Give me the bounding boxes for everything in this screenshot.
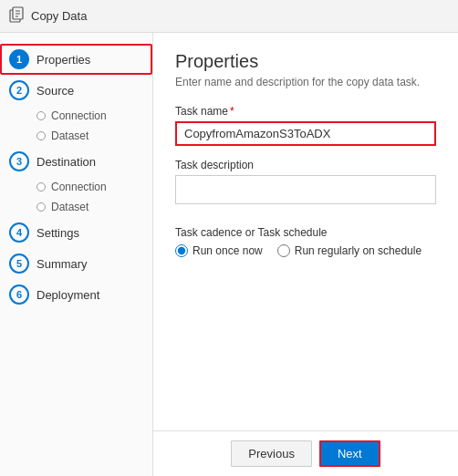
cadence-group: Task cadence or Task schedule Run once n…: [175, 226, 436, 257]
sidebar-label-properties: Properties: [36, 53, 90, 67]
nav-number-settings: 4: [9, 222, 29, 243]
sub-dot-source-dataset: [36, 131, 46, 140]
properties-panel: Properties Enter name and description fo…: [153, 33, 458, 430]
task-desc-group: Task description: [175, 159, 436, 204]
nav-number-source: 2: [9, 80, 29, 100]
nav-number-properties: 1: [9, 49, 29, 69]
sidebar-label-summary: Summary: [36, 257, 88, 271]
sidebar-sublabel-source-connection: Connection: [51, 109, 107, 122]
main-content: 1 Properties 2 Source Connection Dataset…: [0, 33, 458, 476]
top-bar: Copy Data: [0, 0, 458, 33]
nav-number-deployment: 6: [9, 285, 29, 305]
radio-run-regularly-input[interactable]: [277, 244, 290, 257]
sidebar-label-deployment: Deployment: [36, 288, 99, 302]
nav-number-summary: 5: [9, 254, 29, 274]
radio-run-regularly-label[interactable]: Run regularly on schedule: [295, 244, 422, 257]
sub-dot-dest-dataset: [36, 202, 46, 212]
nav-number-destination: 3: [9, 151, 29, 171]
sidebar-item-summary[interactable]: 5 Summary: [0, 248, 152, 279]
sidebar-item-settings[interactable]: 4 Settings: [0, 217, 152, 248]
sub-dot-dest-connection: [36, 182, 46, 191]
task-name-group: Task name*: [175, 105, 436, 146]
sidebar-label-settings: Settings: [36, 226, 79, 240]
copy-data-icon: [9, 6, 26, 26]
sidebar-item-destination[interactable]: 3 Destination: [0, 146, 152, 177]
sidebar-sub-dest-connection[interactable]: Connection: [0, 177, 152, 197]
sidebar-sub-dest-dataset[interactable]: Dataset: [0, 197, 152, 217]
radio-run-once-label[interactable]: Run once now: [193, 244, 263, 257]
top-bar-title: Copy Data: [31, 9, 87, 23]
radio-options: Run once now Run regularly on schedule: [175, 244, 436, 257]
bottom-bar: Previous Next: [153, 430, 458, 476]
task-desc-input[interactable]: [175, 175, 436, 204]
cadence-label: Task cadence or Task schedule: [175, 226, 436, 239]
sub-dot-source-connection: [36, 111, 46, 120]
sidebar-sublabel-dest-connection: Connection: [51, 181, 107, 193]
radio-run-once[interactable]: Run once now: [175, 244, 263, 257]
sidebar-label-destination: Destination: [36, 155, 96, 169]
sidebar-item-source[interactable]: 2 Source: [0, 75, 152, 106]
task-name-input[interactable]: [175, 121, 436, 146]
panel-title: Properties: [175, 51, 436, 72]
sidebar-item-deployment[interactable]: 6 Deployment: [0, 279, 152, 310]
sidebar-item-properties[interactable]: 1 Properties: [0, 44, 152, 75]
sidebar-sub-source-dataset[interactable]: Dataset: [0, 126, 152, 146]
sidebar-sublabel-source-dataset: Dataset: [51, 129, 88, 142]
sidebar-sub-source-connection[interactable]: Connection: [0, 106, 152, 126]
radio-run-once-input[interactable]: [175, 244, 188, 257]
radio-run-regularly[interactable]: Run regularly on schedule: [277, 244, 422, 257]
previous-button[interactable]: Previous: [231, 440, 312, 467]
next-button[interactable]: Next: [319, 440, 380, 467]
sidebar-sublabel-dest-dataset: Dataset: [51, 201, 88, 213]
sidebar: 1 Properties 2 Source Connection Dataset…: [0, 33, 153, 476]
sidebar-label-source: Source: [36, 84, 74, 98]
task-desc-label: Task description: [175, 159, 436, 171]
task-name-label: Task name*: [175, 105, 436, 118]
panel-subtitle: Enter name and description for the copy …: [175, 76, 436, 88]
